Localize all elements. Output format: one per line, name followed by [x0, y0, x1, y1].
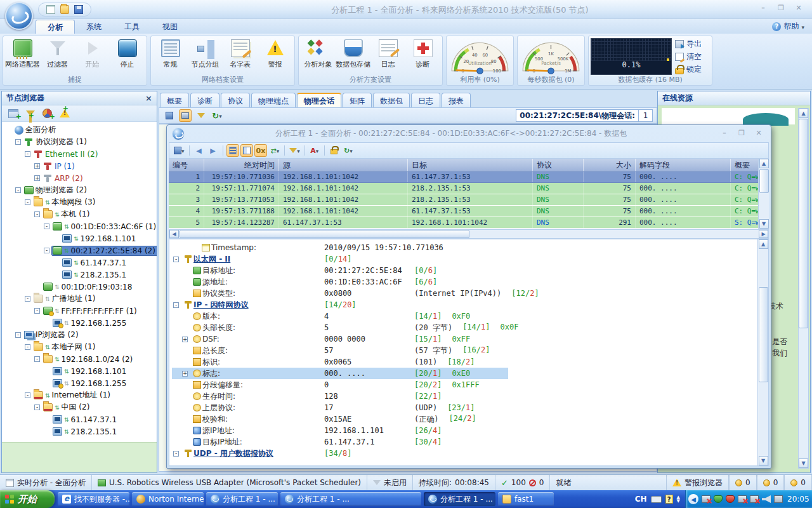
convert-button[interactable]: ⇄ [268, 144, 281, 157]
view-tab[interactable]: 数据包 [373, 93, 410, 107]
display-icon[interactable] [774, 495, 783, 503]
collapse-icon[interactable]: - [34, 308, 40, 314]
decode-row[interactable]: 协议类型:0x0800(Internet IP(IPv4))[12/2] [172, 288, 768, 299]
decode-row[interactable]: 版本:4[14/1]0xF0 [172, 311, 768, 322]
maximize-button[interactable]: ❐ [774, 4, 788, 13]
ribbon-tab[interactable]: 分析 [36, 20, 75, 34]
task-button[interactable]: 分析工程 1 - ... [424, 492, 495, 506]
lock-scroll-button[interactable] [328, 144, 341, 157]
save-icon[interactable] [74, 5, 83, 14]
tree-item[interactable]: -⇅FF:FF:FF:FF:FF:FF (1) [2, 305, 157, 317]
connection-error-icon[interactable] [750, 495, 759, 503]
horizontal-scrollbar[interactable]: ◀ ▶ [169, 229, 769, 239]
start-button[interactable]: 开始 [0, 490, 55, 508]
refresh-button[interactable]: ↻ [342, 144, 355, 157]
tree-item[interactable]: ⇅218.2.135.1 [2, 425, 157, 438]
collapse-icon[interactable]: - [15, 187, 21, 193]
tree-item[interactable]: ⇅61.147.37.1 [2, 413, 157, 425]
add-filter-icon[interactable] [26, 110, 35, 116]
tree-item[interactable]: -Ethernet II (2) [2, 148, 157, 160]
view-tab[interactable]: 诊断 [190, 93, 219, 107]
ribbon-button[interactable]: 诊断 [405, 38, 440, 76]
list-view-toggle[interactable] [226, 144, 239, 157]
collapse-icon[interactable]: - [44, 248, 49, 253]
view-tab[interactable]: 报表 [442, 93, 471, 107]
view-tab[interactable]: 概要 [160, 93, 189, 107]
next-packet-button[interactable]: ▶ [207, 144, 219, 157]
clock[interactable]: 20:05 [787, 495, 809, 504]
scrollbar-thumb[interactable] [759, 169, 769, 193]
view-tab[interactable]: 协议 [221, 93, 250, 107]
ribbon-button[interactable]: 节点分组 [188, 38, 223, 76]
tree-item[interactable]: ⇅192.168.1.255 [2, 317, 157, 329]
tree-item[interactable]: ⇅192.168.1.255 [2, 377, 157, 389]
tree-item[interactable]: ⇅192.168.1.101 [2, 232, 157, 244]
keyboard-icon[interactable] [651, 496, 662, 503]
collapse-tray-icon[interactable]: ◀ [688, 494, 698, 504]
expand-icon[interactable]: + [34, 163, 40, 169]
ribbon-button[interactable]: 网络适配器 [5, 38, 40, 76]
scroll-left-icon[interactable]: ◀ [169, 230, 179, 238]
collapse-icon[interactable]: - [15, 332, 21, 338]
collapse-icon[interactable]: - [34, 211, 40, 217]
collapse-icon[interactable]: - [173, 302, 179, 308]
ribbon-tab[interactable]: 视图 [151, 20, 189, 34]
decode-row[interactable]: -IP - 因特网协议[14/20] [172, 299, 768, 311]
column-header[interactable]: 绝对时间 [204, 159, 279, 171]
tree-item[interactable]: -IP浏览器 (2) [2, 329, 157, 341]
view-tab[interactable]: 物理端点 [251, 93, 296, 107]
network-disconnected-icon[interactable] [702, 495, 710, 503]
decode-row[interactable]: 分段偏移量:0[20/2]0x1FFF [172, 379, 768, 391]
task-button[interactable]: fast1 [498, 492, 554, 506]
collapse-icon[interactable]: - [25, 296, 30, 302]
tree-item[interactable]: -⇅本地子网 (1) [2, 341, 157, 353]
filter-button[interactable] [195, 109, 207, 122]
close-button[interactable]: ✕ [792, 4, 806, 13]
ribbon-tab[interactable]: 工具 [113, 20, 151, 34]
column-header[interactable]: 大小 [584, 159, 636, 171]
decode-row[interactable]: 源地址:00:1D:E0:33:AC:6F[6/6] [172, 276, 768, 288]
ribbon-button[interactable]: 常规 [153, 38, 188, 76]
tree-item[interactable]: -物理浏览器 (2) [2, 184, 157, 196]
view-tab[interactable]: 物理会话 [297, 93, 341, 107]
tree-item[interactable]: +ARP (2) [2, 172, 157, 184]
close-panel-icon[interactable]: × [145, 93, 152, 103]
buffer-action-button[interactable]: 导出 [675, 39, 702, 50]
app-logo-icon[interactable] [5, 2, 33, 30]
tree-item[interactable]: -协议浏览器 (1) [2, 136, 157, 148]
decode-row[interactable]: 生存时间:128[22/1] [172, 391, 768, 402]
new-document-icon[interactable] [46, 5, 55, 14]
tree-item[interactable]: ⇅61.147.37.1 [2, 257, 157, 269]
tree-item[interactable]: ⇅192.168.1.101 [2, 365, 157, 377]
task-button[interactable]: 分析工程 1 - ... [280, 492, 421, 506]
ribbon-button[interactable]: 数据包存储 [336, 38, 370, 76]
decode-row[interactable]: 头部长度:5(20 字节)[14/1]0x0F [172, 322, 768, 333]
collapse-icon[interactable]: - [34, 356, 40, 362]
ribbon-button[interactable]: 日志 [370, 38, 405, 76]
column-header[interactable]: 协议 [533, 159, 584, 171]
decode-row[interactable]: 标识:0x0065(101)[18/2] [172, 356, 768, 368]
expand-icon[interactable]: + [34, 175, 40, 181]
decode-row[interactable]: 源IP地址:192.168.1.101[26/4] [172, 425, 768, 436]
hex-view-toggle[interactable]: 0x [254, 144, 268, 157]
volume-icon[interactable] [762, 495, 771, 503]
tree-item[interactable]: -⇅本机 (1) [2, 208, 157, 220]
decode-scrollbar[interactable]: ▲ ▼ [757, 239, 768, 465]
buffer-action-button[interactable]: 锁定 [675, 64, 702, 75]
collapse-icon[interactable]: - [25, 344, 30, 350]
online-scrollbar[interactable]: ▲ ▼ [798, 108, 809, 469]
prev-packet-button[interactable]: ◀ [193, 144, 206, 157]
collapse-icon[interactable]: - [173, 257, 179, 262]
scrollbar-thumb[interactable] [180, 230, 469, 238]
packet-window-button[interactable] [179, 109, 192, 122]
collapse-icon[interactable]: - [15, 139, 21, 145]
column-header[interactable]: 编号 [169, 159, 204, 171]
collapse-icon[interactable]: - [44, 224, 49, 229]
task-button[interactable]: 分析工程 1 - ... [206, 492, 278, 506]
collapse-icon[interactable]: - [25, 151, 30, 157]
scroll-up-icon[interactable]: ▲ [759, 239, 768, 249]
security-alert-icon[interactable] [726, 495, 735, 503]
decode-row[interactable]: +DSF:0000 0000[15/1]0xFF [172, 333, 768, 345]
tree-item[interactable]: -⇅192.168.1.0/24 (2) [2, 353, 157, 365]
packet-row[interactable]: 219:57:11.771074192.168.1.101:1042218.2.… [169, 183, 769, 194]
